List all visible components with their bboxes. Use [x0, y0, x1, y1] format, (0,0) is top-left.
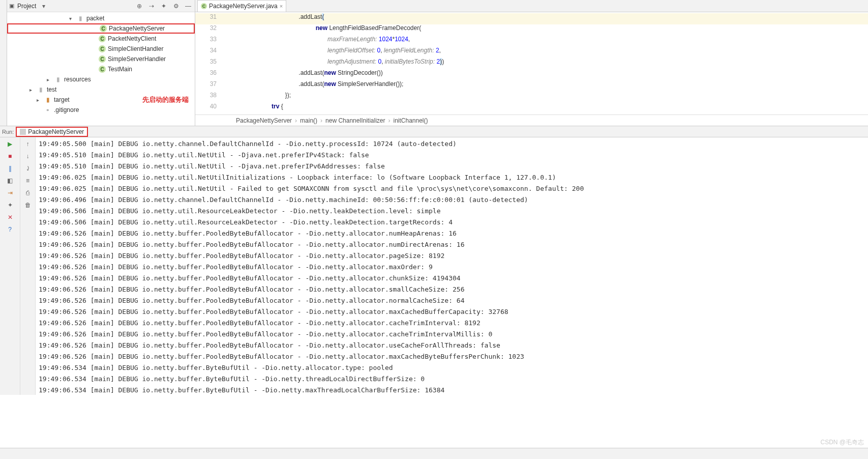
tree-item-PackageNettyServer[interactable]: CPackageNettyServer — [7, 23, 195, 34]
annotation-text: 先启动的服务端 — [142, 95, 189, 104]
breadcrumb-item[interactable]: new ChannelInitializer — [325, 117, 385, 124]
tree-item-label: packet — [86, 15, 104, 22]
tree-item-label: test — [47, 86, 56, 93]
run-tab-bar: Run: PackageNettyServer — [0, 126, 868, 137]
console-toolbar-left: ▶ ■ ‖ ◧ ⇥ ✦ ✕ ? — [0, 137, 20, 395]
class-icon: C — [100, 25, 107, 32]
chevron-icon: ▾ — [69, 16, 76, 21]
editor-tab-active[interactable]: C PackageNettyServer.java × — [197, 0, 286, 12]
pin-icon[interactable]: ✦ — [6, 200, 15, 210]
trash-icon[interactable]: 🗑 — [23, 200, 33, 210]
project-title: Project — [17, 3, 36, 10]
status-bar — [0, 448, 868, 459]
target-icon[interactable]: ✦ — [159, 2, 168, 11]
class-icon: C — [201, 3, 207, 9]
folder-icon: ▮ — [54, 75, 62, 83]
minimize-icon[interactable]: — — [184, 2, 193, 11]
tree-item-label: resources — [64, 76, 91, 83]
stop-icon[interactable]: ■ — [6, 152, 15, 161]
tree-item-test[interactable]: ▸▮test — [7, 84, 195, 95]
help-icon[interactable]: ? — [6, 225, 15, 234]
tree-item-label: TestMain — [108, 66, 132, 73]
tree-item-TestMain[interactable]: CTestMain — [7, 64, 195, 74]
sync-icon[interactable]: ⊕ — [135, 2, 144, 11]
close-icon[interactable]: × — [280, 3, 283, 9]
class-icon: C — [99, 55, 106, 63]
tree-item-PacketNettyClient[interactable]: CPacketNettyClient — [7, 34, 195, 44]
down-icon[interactable]: ↓ — [23, 152, 33, 161]
tree-item-target[interactable]: ▸▮target先启动的服务端 — [7, 95, 195, 105]
project-icon: ▣ — [9, 3, 14, 9]
up-icon[interactable]: ↑ — [23, 139, 33, 149]
left-gutter — [0, 0, 7, 126]
chevron-icon: ▸ — [29, 87, 37, 93]
collapse-icon[interactable]: ⇢ — [147, 2, 156, 11]
tree-item-packet[interactable]: ▾▮packet — [7, 13, 195, 23]
code-content[interactable]: .addLast( new LengthFieldBasedFrameDecod… — [221, 12, 868, 114]
tree-item-label: SimpleClientHandler — [108, 45, 163, 52]
wrap-icon[interactable]: ⤸ — [23, 164, 33, 173]
chevron-right-icon: › — [295, 117, 297, 124]
watermark: CSDN @毛奇志 — [820, 438, 864, 447]
close-run-icon[interactable]: ✕ — [6, 213, 15, 222]
editor-area: C PackageNettyServer.java × 313233343536… — [195, 0, 868, 126]
pause-icon[interactable]: ‖ — [6, 164, 15, 173]
run-config-icon — [20, 129, 26, 135]
editor-body[interactable]: 313233343536373840 .addLast( new LengthF… — [195, 12, 868, 114]
project-header: ▣ Project ▾ ⊕ ⇢ ✦ ⚙ — — [7, 0, 195, 12]
tree-item-label: PackageNettyServer — [109, 25, 165, 32]
gear-icon[interactable]: ⚙ — [171, 2, 181, 11]
tree-item-SimpleServerHandler[interactable]: CSimpleServerHandler — [7, 54, 195, 64]
chevron-right-icon: › — [320, 117, 322, 124]
exit-icon[interactable]: ⇥ — [6, 188, 15, 197]
breadcrumb[interactable]: PackageNettyServer›main()›new ChannelIni… — [195, 114, 868, 126]
console-output[interactable]: 19:49:05.500 [main] DEBUG io.netty.chann… — [36, 137, 868, 395]
folder-icon: ▮ — [44, 96, 52, 104]
chevron-icon: ▸ — [37, 97, 44, 103]
tab-title: PackageNettyServer.java — [209, 3, 278, 10]
run-label: Run: — [2, 129, 14, 135]
breadcrumb-item[interactable]: PackageNettyServer — [236, 117, 292, 124]
editor-tabs: C PackageNettyServer.java × — [195, 0, 868, 12]
camera-icon[interactable]: ◧ — [6, 176, 15, 185]
class-icon: C — [99, 66, 106, 73]
folder-icon: ▮ — [76, 14, 84, 22]
breadcrumb-item[interactable]: initChannel() — [393, 117, 428, 124]
rerun-icon[interactable]: ▶ — [6, 139, 15, 149]
chevron-right-icon: › — [388, 117, 390, 124]
class-icon: C — [99, 45, 106, 52]
run-config-name: PackageNettyServer — [28, 128, 84, 135]
scroll-icon[interactable]: ≡ — [23, 176, 33, 185]
breadcrumb-item[interactable]: main() — [300, 117, 317, 124]
line-gutter: 313233343536373840 — [195, 12, 221, 114]
console-area: ▶ ■ ‖ ◧ ⇥ ✦ ✕ ? ↑ ↓ ⤸ ≡ ⎙ 🗑 19:49:05.500… — [0, 137, 868, 395]
class-icon: C — [99, 35, 106, 42]
tree-item-label: SimpleServerHandler — [108, 55, 166, 63]
run-config-tab[interactable]: PackageNettyServer — [16, 127, 88, 137]
console-toolbar-right: ↑ ↓ ⤸ ≡ ⎙ 🗑 — [20, 137, 36, 395]
tree-item-resources[interactable]: ▸▮resources — [7, 74, 195, 84]
tree-item-SimpleClientHandler[interactable]: CSimpleClientHandler — [7, 44, 195, 54]
folder-icon: ▮ — [37, 85, 45, 94]
tree-item-label: target — [54, 96, 70, 103]
print-icon[interactable]: ⎙ — [23, 188, 33, 197]
tree-item-.gitignore[interactable]: ▫.gitignore — [7, 105, 195, 115]
dropdown-icon[interactable]: ▾ — [39, 2, 48, 11]
chevron-icon: ▸ — [47, 77, 54, 82]
file-icon: ▫ — [44, 106, 52, 114]
project-panel: ▣ Project ▾ ⊕ ⇢ ✦ ⚙ — ▾▮packetCPackageNe… — [7, 0, 195, 126]
tree-item-label: PacketNettyClient — [108, 35, 156, 42]
tree-item-label: .gitignore — [54, 106, 79, 113]
project-tree[interactable]: ▾▮packetCPackageNettyServerCPacketNettyC… — [7, 12, 195, 126]
